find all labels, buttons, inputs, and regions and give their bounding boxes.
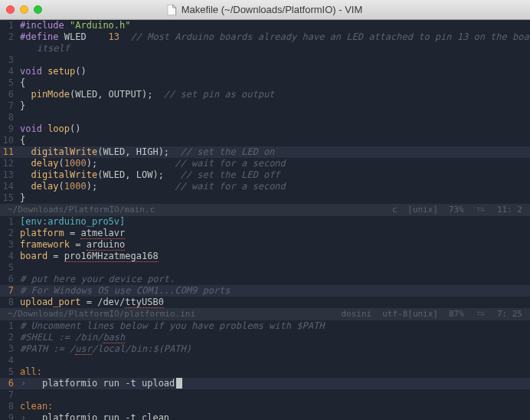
- split-filetype: c: [392, 204, 398, 216]
- line-number-current: 7: [0, 285, 20, 297]
- line-number: 8: [0, 297, 20, 308]
- line-number: 2: [0, 332, 20, 343]
- split-filetype: dosini: [341, 308, 371, 320]
- line-number: 14: [0, 181, 20, 192]
- split-path: ~/Downloads/PlatformIO/main.c: [8, 204, 392, 216]
- line-number-current: 11: [0, 146, 20, 158]
- line-number: 3: [0, 343, 20, 355]
- split-position: 7: 25: [497, 308, 522, 320]
- editor-pane-makefile[interactable]: 1# Uncomment lines below if you have pro…: [0, 320, 530, 420]
- minimize-button[interactable]: [20, 5, 28, 14]
- line-number: 10: [0, 135, 20, 146]
- traffic-lights: [6, 5, 42, 14]
- line-number: 13: [0, 169, 20, 181]
- window-title-text: Makefile (~/Downloads/PlatformIO) - VIM: [182, 4, 363, 15]
- line-number: 6: [0, 89, 20, 100]
- line-number: 1: [0, 216, 20, 228]
- line-number: 7: [0, 389, 20, 401]
- split-status-platformio-ini: ~/Downloads/PlatformIO/platformio.ini do…: [0, 308, 530, 320]
- line-number: 4: [0, 251, 20, 262]
- line-number: 1: [0, 320, 20, 332]
- split-percent: 73%: [449, 204, 464, 216]
- line-number: 7: [0, 100, 20, 112]
- split-encoding: utf-8[unix]: [382, 308, 438, 320]
- line-number: 15: [0, 192, 20, 204]
- split-path: ~/Downloads/PlatformIO/platformio.ini: [8, 308, 341, 320]
- split-status-main-c: ~/Downloads/PlatformIO/main.c c [unix] 7…: [0, 204, 530, 216]
- line-number: 8: [0, 112, 20, 123]
- editor-pane-main-c[interactable]: 1#include "Arduino.h" 2#define WLED 13 /…: [0, 20, 530, 204]
- line-number: 4: [0, 355, 20, 366]
- line-number: 5: [0, 77, 20, 89]
- line-number: 3: [0, 54, 20, 66]
- line-number-current: 6: [0, 378, 20, 389]
- line-number: 8: [0, 401, 20, 412]
- line-number: 12: [0, 158, 20, 169]
- window-titlebar: Makefile (~/Downloads/PlatformIO) - VIM: [0, 0, 530, 20]
- line-number: 1: [0, 20, 20, 31]
- text-cursor: [176, 378, 182, 389]
- line-number: 5: [0, 366, 20, 378]
- editor-pane-platformio-ini[interactable]: 1[env:arduino_pro5v] 2platform = atmelav…: [0, 216, 530, 308]
- document-icon: [168, 5, 177, 15]
- split-position: 11: 2: [497, 204, 522, 216]
- line-number: 9: [0, 412, 20, 420]
- split-percent: 87%: [449, 308, 464, 320]
- line-number: 9: [0, 123, 20, 135]
- close-button[interactable]: [6, 5, 15, 14]
- line-number: 5: [0, 262, 20, 274]
- split-encoding: [unix]: [407, 204, 438, 216]
- line-number: 2: [0, 228, 20, 239]
- line-number: 2: [0, 31, 20, 43]
- line-number: 3: [0, 239, 20, 251]
- maximize-button[interactable]: [34, 5, 42, 14]
- line-number: 4: [0, 66, 20, 77]
- window-title: Makefile (~/Downloads/PlatformIO) - VIM: [168, 4, 363, 15]
- line-number: 6: [0, 274, 20, 285]
